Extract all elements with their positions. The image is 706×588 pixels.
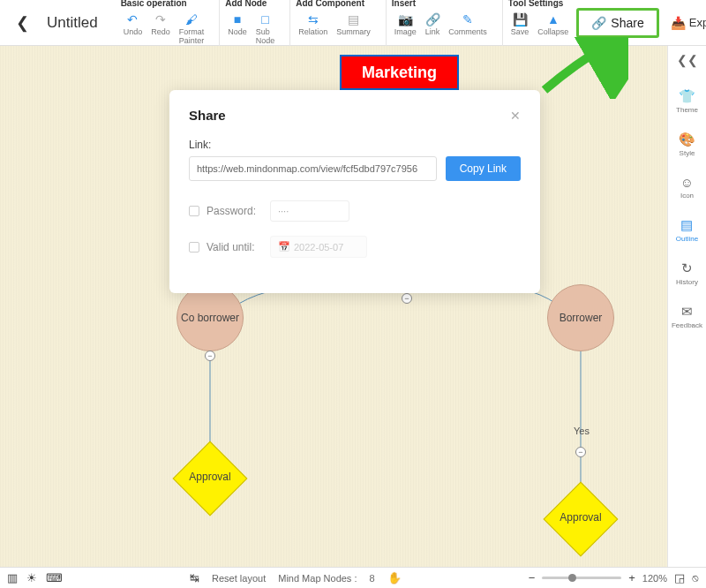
password-checkbox[interactable] [189, 206, 199, 216]
summary-button[interactable]: ▤Summary [334, 11, 373, 38]
undo-icon: ↶ [125, 12, 139, 26]
share-link-input[interactable] [189, 156, 437, 181]
password-label: Password: [207, 205, 263, 217]
image-icon: 📷 [398, 12, 412, 26]
link-label: Link: [189, 139, 521, 151]
group-insert-label: Insert [392, 0, 490, 11]
collapse-toggle-3[interactable]: − [575, 447, 586, 457]
relation-button[interactable]: ⇆Relation [296, 11, 330, 38]
format-painter-button[interactable]: 🖌Format Painter [176, 11, 207, 47]
zoom-slider[interactable] [542, 577, 621, 579]
nodes-count-value: 8 [369, 573, 374, 584]
nodes-count-label: Mind Map Nodes : [278, 573, 357, 584]
group-add-node-label: Add Node [225, 0, 277, 11]
share-button[interactable]: 🔗 Share [576, 8, 658, 38]
history-icon: ↻ [681, 260, 693, 276]
link-icon: 🔗 [425, 12, 439, 26]
status-screen-icon[interactable]: ▥ [7, 571, 18, 584]
panel-feedback[interactable]: ✉Feedback [672, 300, 702, 333]
status-keyboard-icon[interactable]: ⌨ [46, 571, 63, 584]
theme-icon: 👕 [679, 88, 695, 104]
fullscreen-icon[interactable]: ⍉ [692, 571, 699, 584]
redo-button[interactable]: ↷Redo [148, 11, 173, 38]
comments-icon: ✎ [461, 12, 475, 26]
comments-button[interactable]: ✎Comments [446, 11, 490, 38]
outline-icon: ▤ [680, 217, 693, 233]
collapse-toggle-1[interactable]: − [402, 293, 412, 304]
group-add-component-label: Add Component [296, 0, 373, 11]
valid-until-label: Valid until: [207, 241, 263, 253]
image-button[interactable]: 📷Image [392, 11, 419, 38]
edge-label-yes: Yes [574, 426, 590, 436]
emoji-icon: ☺ [680, 175, 694, 190]
header: ❮ Untitled Basic operation ↶Undo ↷Redo 🖌… [0, 0, 706, 46]
collapse-toggle-2[interactable]: − [205, 351, 215, 361]
status-bright-icon[interactable]: ☀ [26, 571, 37, 584]
reset-layout-label[interactable]: Reset layout [212, 573, 266, 584]
panel-theme[interactable]: 👕Theme [676, 85, 698, 117]
link-button[interactable]: 🔗Link [423, 11, 443, 38]
export-label: Export [689, 16, 706, 29]
node-marketing[interactable]: Marketing [340, 55, 459, 90]
export-icon: 📥 [672, 16, 686, 30]
node-approval-1[interactable]: Approval [173, 441, 247, 516]
modal-close-button[interactable]: ✕ [510, 109, 521, 123]
feedback-icon: ✉ [681, 304, 693, 320]
back-button[interactable]: ❮ [9, 10, 36, 36]
reset-layout-icon[interactable]: ↹ [190, 571, 199, 584]
save-button[interactable]: 💾Save [508, 11, 532, 38]
brush-icon: 🖌 [184, 12, 199, 26]
zoom-in-button[interactable]: + [628, 571, 635, 584]
calendar-icon: 📅 [278, 241, 290, 253]
group-tool-settings: Tool Settings 💾Save ▲Collapse [502, 0, 577, 47]
zoom-value: 120% [642, 573, 667, 584]
node-icon: ■ [230, 12, 244, 26]
fit-screen-icon[interactable]: ◲ [674, 571, 685, 584]
right-panel: ❮❮ 👕Theme 🎨Style ☺Icon ▤Outline ↻History… [667, 46, 706, 567]
collapse-icon: ▲ [546, 12, 560, 26]
hand-tool-icon[interactable]: ✋ [387, 571, 402, 584]
panel-history[interactable]: ↻History [676, 257, 698, 290]
valid-until-input[interactable]: 📅 2022-05-07 [270, 236, 367, 258]
modal-title: Share [189, 108, 226, 123]
header-actions: 🔗 Share 📥 Export [576, 8, 706, 38]
node-co-borrower[interactable]: Co borrower [176, 284, 244, 351]
node-borrower[interactable]: Borrower [547, 284, 614, 351]
canvas[interactable]: Marketing Fillout forms Co borrower Borr… [0, 46, 667, 567]
collapse-button[interactable]: ▲Collapse [535, 11, 571, 38]
group-tool-settings-label: Tool Settings [508, 0, 572, 11]
sub-node-icon: □ [258, 12, 272, 26]
save-icon: 💾 [513, 12, 527, 26]
valid-until-checkbox[interactable] [189, 242, 199, 253]
panel-style[interactable]: 🎨Style [679, 128, 695, 161]
panel-icon[interactable]: ☺Icon [680, 171, 694, 203]
panel-collapse-button[interactable]: ❮❮ [677, 53, 698, 67]
zoom-out-button[interactable]: − [529, 571, 536, 584]
share-modal: Share ✕ Link: Copy Link Password: Valid … [169, 90, 540, 293]
panel-outline[interactable]: ▤Outline [676, 214, 698, 246]
group-add-node: Add Node ■Node □Sub Node [219, 0, 282, 47]
node-button[interactable]: ■Node [225, 11, 250, 38]
group-basic: Basic operation ↶Undo ↷Redo 🖌Format Pain… [116, 0, 213, 47]
password-input[interactable] [270, 200, 349, 222]
share-icon: 🔗 [591, 16, 605, 30]
toolbar: Basic operation ↶Undo ↷Redo 🖌Format Pain… [116, 0, 577, 47]
node-approval-2[interactable]: Approval [544, 482, 618, 556]
copy-link-button[interactable]: Copy Link [446, 156, 521, 181]
relation-icon: ⇆ [306, 12, 320, 26]
style-icon: 🎨 [679, 132, 695, 147]
undo-button[interactable]: ↶Undo [121, 11, 146, 38]
summary-icon: ▤ [347, 12, 361, 26]
sub-node-button[interactable]: □Sub Node [253, 11, 278, 47]
export-button[interactable]: 📥 Export [665, 12, 706, 34]
share-label: Share [611, 16, 643, 30]
group-basic-label: Basic operation [121, 0, 207, 11]
redo-icon: ↷ [154, 12, 168, 26]
group-add-component: Add Component ⇆Relation ▤Summary [289, 0, 379, 47]
status-bar: ▥ ☀ ⌨ ↹ Reset layout Mind Map Nodes : 8 … [0, 567, 706, 588]
group-insert: Insert 📷Image 🔗Link ✎Comments [386, 0, 495, 47]
document-title[interactable]: Untitled [47, 14, 98, 32]
